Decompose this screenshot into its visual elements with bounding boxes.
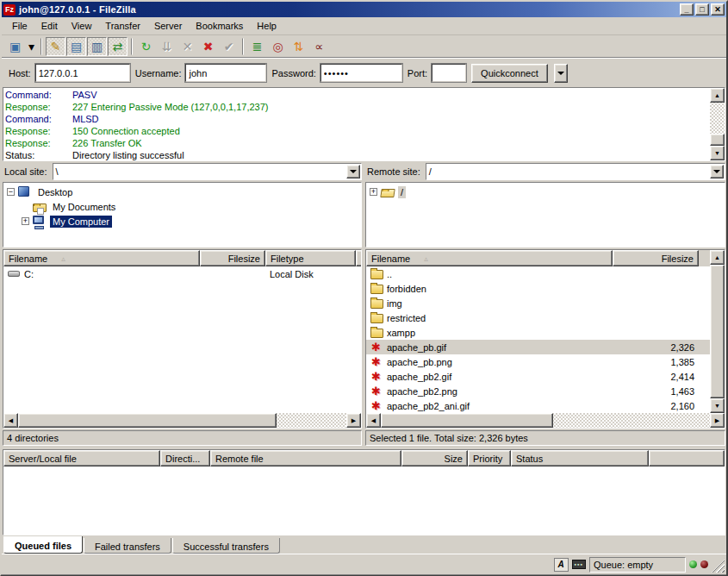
queue-column-header[interactable]: Priority <box>468 450 511 466</box>
site-manager-icon[interactable]: ▣ <box>5 37 25 56</box>
synchronized-browsing-icon[interactable]: ⇅ <box>289 37 308 56</box>
scroll-left-icon[interactable]: ◀ <box>366 413 381 428</box>
scroll-down-icon[interactable]: ▼ <box>710 146 725 160</box>
password-input[interactable] <box>320 64 402 82</box>
scroll-up-icon[interactable]: ▲ <box>710 250 725 265</box>
minimize-button[interactable]: _ <box>680 3 694 16</box>
local-site-combobox[interactable]: \ <box>53 163 362 180</box>
disconnect-icon[interactable]: ✖ <box>198 37 218 56</box>
folder-icon <box>370 267 385 280</box>
menu-item[interactable]: Help <box>250 18 283 34</box>
menu-item[interactable]: File <box>5 18 34 34</box>
scrollbar-thumb[interactable] <box>710 265 725 398</box>
queue-column-header[interactable]: Server/Local file <box>3 450 160 466</box>
site-manager-dropdown-icon[interactable]: ▾ <box>26 37 37 56</box>
log-scrollbar[interactable]: ▲ ▼ <box>710 88 725 160</box>
toggle-local-tree-icon[interactable]: ▤ <box>66 37 86 56</box>
C:[interactable]: C: Local Disk <box>3 266 361 281</box>
log-line: Command: PASV <box>5 89 708 101</box>
remote-v-scrollbar[interactable]: ▲ ▼ <box>710 250 725 413</box>
queue-tab[interactable]: Successful transfers <box>172 538 280 554</box>
remote-site-combobox[interactable]: / <box>426 163 725 180</box>
scroll-left-icon[interactable]: ◀ <box>3 413 18 428</box>
queue-tab[interactable]: Queued files <box>3 536 83 554</box>
quickconnect-dropdown[interactable] <box>554 64 568 83</box>
menu-bar: FileEditViewTransferServerBookmarksHelp <box>2 17 726 35</box>
column-header[interactable]: Filesize <box>613 250 699 266</box>
expand-icon[interactable] <box>370 188 377 196</box>
folder-icon <box>370 326 385 339</box>
tree-item-my-computer[interactable]: My Computer <box>3 214 361 229</box>
tree-item-desktop[interactable]: Desktop <box>3 185 361 199</box>
speed-limits-icon[interactable]: ▪▪▪ <box>572 560 586 569</box>
menu-item[interactable]: Transfer <box>98 18 147 34</box>
toggle-remote-tree-icon[interactable]: ▥ <box>87 37 107 56</box>
scroll-right-icon[interactable]: ▶ <box>710 413 725 428</box>
apache_pb.png[interactable]: apache_pb.png 1,385 <box>366 354 710 369</box>
..[interactable]: .. <box>366 266 710 281</box>
apache_pb2_ani.gif[interactable]: apache_pb2_ani.gif 2,160 <box>366 398 710 413</box>
file-search-icon[interactable]: ◎ <box>268 37 288 56</box>
queue-tab[interactable]: Failed transfers <box>84 538 171 554</box>
apache_pb2.gif[interactable]: apache_pb2.gif 2,414 <box>366 369 710 384</box>
username-input[interactable] <box>185 64 266 82</box>
scroll-down-icon[interactable]: ▼ <box>710 398 725 413</box>
local-h-scrollbar[interactable]: ◀ ▶ <box>3 413 361 428</box>
apache_pb2.png[interactable]: apache_pb2.png 1,463 <box>366 384 710 398</box>
collapse-icon[interactable] <box>7 188 15 196</box>
compare-directories-icon[interactable]: ∝ <box>309 37 329 56</box>
scrollbar-thumb[interactable] <box>381 413 553 428</box>
activity-led-green-icon <box>689 560 697 568</box>
queue-column-header[interactable]: Status <box>511 450 649 466</box>
column-header[interactable]: Filename <box>3 250 200 266</box>
queue-column-header[interactable] <box>649 450 725 466</box>
queue-column-header[interactable]: Size <box>401 450 468 466</box>
remote-status: Selected 1 file. Total size: 2,326 bytes <box>365 430 725 446</box>
xampp[interactable]: xampp <box>366 325 710 340</box>
menu-item[interactable]: View <box>65 18 99 34</box>
host-input[interactable] <box>35 64 130 82</box>
log-line: Response: 226 Transfer OK <box>5 137 708 149</box>
quickconnect-button[interactable]: Quickconnect <box>471 64 548 83</box>
refresh-icon[interactable]: ↻ <box>136 37 156 56</box>
log-line: Response: 150 Connection accepted <box>5 125 708 137</box>
queue-status: Queue: empty <box>589 557 686 573</box>
apache_pb.gif[interactable]: apache_pb.gif 2,326 <box>366 340 710 354</box>
toggle-message-log-icon[interactable]: ✎ <box>46 37 65 56</box>
scrollbar-thumb[interactable] <box>18 413 277 428</box>
scroll-right-icon[interactable]: ▶ <box>346 413 361 428</box>
restricted[interactable]: restricted <box>366 310 710 325</box>
menu-item[interactable]: Bookmarks <box>189 18 250 34</box>
maximize-button[interactable]: □ <box>695 3 709 16</box>
expand-icon[interactable] <box>22 217 29 225</box>
remote-site-label: Remote site: <box>365 166 426 177</box>
port-input[interactable] <box>432 64 466 82</box>
queue-column-header[interactable]: Remote file <box>210 450 401 466</box>
queue-column-header[interactable]: Directi... <box>160 450 210 466</box>
dropdown-arrow-icon[interactable] <box>710 165 724 178</box>
tree-item-root[interactable]: / <box>366 185 725 199</box>
title-bar[interactable]: Fz john@127.0.0.1 - FileZilla _□✕ <box>2 2 726 17</box>
img[interactable]: img <box>366 296 710 310</box>
dropdown-arrow-icon[interactable] <box>346 165 360 178</box>
toggle-queue-icon[interactable]: ⇄ <box>108 37 128 56</box>
column-header[interactable]: Filename <box>366 250 613 266</box>
image-file-icon <box>370 355 385 368</box>
scrollbar-thumb[interactable] <box>710 134 725 146</box>
column-header[interactable]: Filesize <box>200 250 265 266</box>
resize-grip[interactable] <box>712 560 725 573</box>
image-file-icon <box>370 341 385 354</box>
menu-item[interactable]: Server <box>147 18 189 34</box>
filter-icon[interactable]: ≣ <box>247 37 267 56</box>
queue-list[interactable] <box>3 466 725 535</box>
close-button[interactable]: ✕ <box>711 3 725 16</box>
tree-item-my-documents[interactable]: My Documents <box>3 199 361 214</box>
remote-h-scrollbar[interactable]: ◀ ▶ <box>366 413 725 428</box>
remote-directory-tree: / <box>365 182 725 247</box>
column-header[interactable]: L <box>356 250 361 266</box>
menu-item[interactable]: Edit <box>34 18 65 34</box>
scroll-up-icon[interactable]: ▲ <box>710 88 725 103</box>
folder-icon <box>370 282 385 295</box>
column-header[interactable]: Filetype <box>265 250 356 266</box>
forbidden[interactable]: forbidden <box>366 281 710 296</box>
